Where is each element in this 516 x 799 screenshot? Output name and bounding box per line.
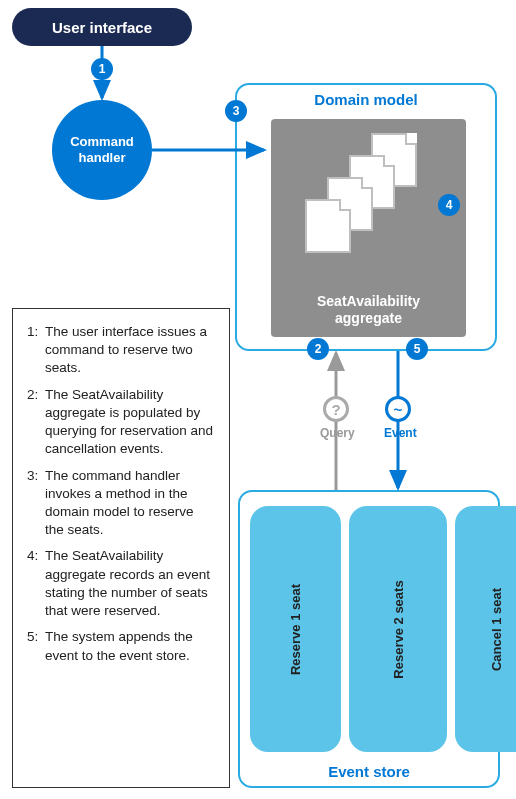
event-store-box: Reserve 1 seat Reserve 2 seats Cancel 1 … (238, 490, 500, 788)
event-label: Event (384, 426, 417, 440)
command-handler-node: Command handler (52, 100, 152, 200)
document-icon (305, 199, 351, 253)
command-handler-label: Command handler (70, 134, 134, 165)
domain-model-box: Domain model SeatAvailability aggregate (235, 83, 497, 351)
event-store-title: Event store (240, 763, 498, 780)
aggregate-label: SeatAvailability aggregate (271, 293, 466, 327)
event-icon: ~ (385, 396, 411, 422)
legend-box: 1:The user interface issues a command to… (12, 308, 230, 788)
query-label: Query (320, 426, 355, 440)
step-badge-2: 2 (307, 338, 329, 360)
event-bars: Reserve 1 seat Reserve 2 seats Cancel 1 … (250, 506, 488, 752)
legend-item: 3:The command handler invokes a method i… (27, 467, 215, 540)
event-bar: Cancel 1 seat (455, 506, 516, 752)
user-interface-label: User interface (52, 19, 152, 36)
step-badge-3: 3 (225, 100, 247, 122)
step-badge-4: 4 (438, 194, 460, 216)
legend-item: 1:The user interface issues a command to… (27, 323, 215, 378)
diagram-canvas: User interface Command handler Domain mo… (0, 0, 516, 799)
legend-item: 4:The SeatAvailability aggregate records… (27, 547, 215, 620)
step-badge-1: 1 (91, 58, 113, 80)
event-bar: Reserve 2 seats (349, 506, 447, 752)
legend-item: 2:The SeatAvailability aggregate is popu… (27, 386, 215, 459)
user-interface-node: User interface (12, 8, 192, 46)
legend-item: 5:The system appends the event to the ev… (27, 628, 215, 664)
domain-model-title: Domain model (237, 91, 495, 108)
query-icon: ? (323, 396, 349, 422)
aggregate-box: SeatAvailability aggregate (271, 119, 466, 337)
event-bar: Reserve 1 seat (250, 506, 341, 752)
step-badge-5: 5 (406, 338, 428, 360)
